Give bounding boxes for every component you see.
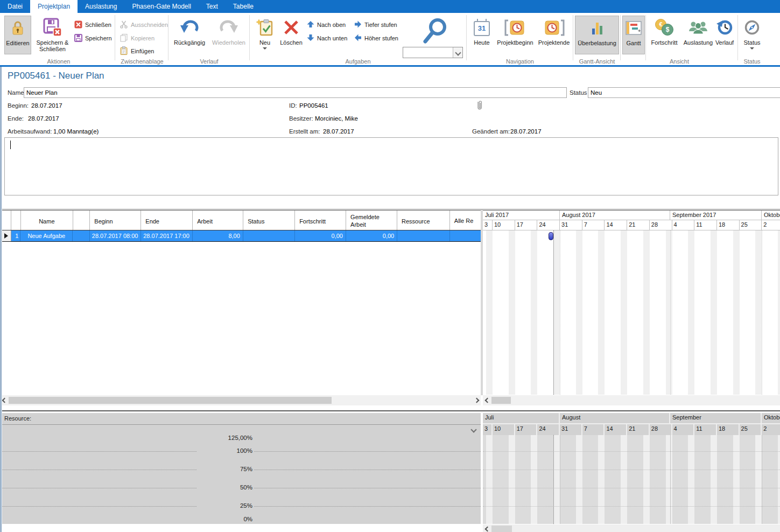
header-ressource[interactable]: Ressource bbox=[397, 211, 450, 230]
chevron-down-icon bbox=[750, 47, 754, 52]
nach-oben-button[interactable]: Nach oben bbox=[307, 19, 346, 30]
notes-field[interactable] bbox=[4, 137, 778, 195]
kopieren-label: Kopieren bbox=[131, 35, 154, 41]
task-milestone-marker[interactable] bbox=[549, 232, 553, 240]
paperclip-icon[interactable] bbox=[476, 99, 483, 112]
arrow-right-icon bbox=[354, 20, 362, 29]
nach-unten-button[interactable]: Nach unten bbox=[307, 33, 347, 44]
header-empty[interactable] bbox=[73, 211, 90, 230]
ueberbelastung-button[interactable]: Überbelastung bbox=[575, 16, 619, 54]
header-beginn[interactable]: Beginn bbox=[90, 211, 141, 230]
fortschritt-button[interactable]: € $ Fortschritt bbox=[648, 16, 681, 54]
einfuegen-label: Einfügen bbox=[131, 48, 154, 54]
scrollbar-thumb[interactable] bbox=[491, 397, 511, 404]
ribbon-tab-bar: Datei Projektplan Auslastung Phasen-Gate… bbox=[0, 0, 780, 13]
tab-tabelle[interactable]: Tabelle bbox=[226, 0, 261, 13]
task-filter-combobox[interactable] bbox=[403, 47, 463, 58]
header-status[interactable]: Status bbox=[243, 211, 295, 230]
cell-ende[interactable]: 28.07.2017 17:00 bbox=[141, 230, 193, 241]
table-row[interactable]: 1 Neue Aufgabe 28.07.2017 08:00 28.07.20… bbox=[1, 230, 481, 242]
gantt-week-header: 3 10 17 24 31 7 14 21 28 4 11 18 25 2 bbox=[483, 220, 780, 230]
einfuegen-button[interactable]: Einfügen bbox=[120, 46, 154, 57]
cell-fortschritt[interactable]: 0,00 bbox=[295, 230, 346, 241]
loeschen-button[interactable]: Löschen bbox=[279, 16, 304, 54]
cell-arbeit[interactable]: 8,00 bbox=[193, 230, 243, 241]
cell-ressource[interactable] bbox=[397, 230, 450, 241]
heute-button[interactable]: 31 Heute bbox=[469, 16, 494, 54]
cell-empty[interactable] bbox=[73, 230, 89, 241]
save-close-icon bbox=[43, 16, 62, 39]
wiederholen-label: Wiederholen bbox=[212, 39, 245, 46]
scroll-right-arrow[interactable] bbox=[472, 398, 481, 402]
name-input[interactable] bbox=[24, 87, 567, 98]
resource-horizontal-scrollbar[interactable] bbox=[483, 524, 780, 532]
tab-projektplan[interactable]: Projektplan bbox=[30, 0, 78, 13]
resource-week-cell: 2 bbox=[762, 424, 780, 435]
header-alle-ressourcen[interactable]: Alle Re bbox=[450, 211, 481, 230]
scrollbar-thumb[interactable] bbox=[9, 397, 332, 404]
tab-phasen-gate-modell[interactable]: Phasen-Gate Modell bbox=[124, 0, 198, 13]
tab-datei[interactable]: Datei bbox=[0, 0, 30, 13]
scale-label: 0% bbox=[197, 516, 254, 522]
scrollbar-thumb[interactable] bbox=[491, 526, 512, 532]
resource-month-header: Juli August September Oktober bbox=[483, 413, 780, 424]
tab-text[interactable]: Text bbox=[199, 0, 226, 13]
scroll-left-arrow[interactable] bbox=[483, 527, 491, 531]
history-clock-icon bbox=[716, 16, 733, 39]
gantt-month-cell: Oktober bbox=[762, 211, 780, 220]
task-table: Name Beginn Ende Arbeit Status Fortschri… bbox=[1, 210, 481, 242]
header-rownum-cell[interactable] bbox=[11, 211, 21, 230]
table-horizontal-scrollbar[interactable] bbox=[0, 395, 481, 405]
gridline-50 bbox=[483, 488, 780, 488]
header-fortschritt[interactable]: Fortschritt bbox=[295, 211, 346, 230]
auslastung-button[interactable]: Auslastung bbox=[681, 16, 715, 54]
schliessen-button[interactable]: Schließen bbox=[74, 19, 111, 30]
resource-filter-row[interactable] bbox=[0, 425, 481, 436]
header-arbeit[interactable]: Arbeit bbox=[193, 211, 243, 230]
cell-beginn[interactable]: 28.07.2017 08:00 bbox=[90, 230, 141, 241]
cell-name[interactable]: Neue Aufgabe bbox=[20, 230, 73, 241]
ausschneiden-label: Ausschneiden bbox=[131, 22, 168, 28]
tiefer-stufen-button[interactable]: Tiefer stufen bbox=[354, 19, 397, 30]
resource-week-cell: 31 bbox=[560, 424, 582, 435]
gantt-week-cell: 2 bbox=[762, 220, 780, 230]
resource-histogram[interactable] bbox=[483, 435, 780, 524]
wiederholen-button[interactable]: Wiederholen bbox=[210, 16, 248, 54]
gantt-button[interactable]: Gantt bbox=[622, 16, 645, 54]
scroll-left-arrow[interactable] bbox=[483, 398, 491, 402]
speichern-button[interactable]: Speichern bbox=[74, 33, 112, 44]
status-button[interactable]: Status bbox=[740, 16, 764, 62]
chevron-down-icon[interactable] bbox=[470, 426, 476, 432]
cell-alle-ressourcen[interactable] bbox=[450, 230, 481, 241]
resource-month-cell: September bbox=[670, 413, 762, 424]
tab-auslastung[interactable]: Auslastung bbox=[78, 0, 124, 13]
combobox-field[interactable] bbox=[403, 47, 453, 58]
speichern-schliessen-button[interactable]: Speichern & Schließen bbox=[33, 16, 72, 54]
task-split-panel: Name Beginn Ende Arbeit Status Fortschri… bbox=[0, 209, 780, 405]
paste-icon bbox=[120, 46, 128, 56]
gridline-75 bbox=[483, 470, 780, 470]
header-gemeldete-arbeit[interactable]: Gemeldete Arbeit bbox=[346, 211, 397, 230]
ausschneiden-button[interactable]: Ausschneiden bbox=[120, 19, 168, 30]
header-ende[interactable]: Ende bbox=[141, 211, 193, 230]
combobox-dropdown-button[interactable] bbox=[453, 47, 462, 58]
kopieren-button[interactable]: Kopieren bbox=[120, 33, 154, 44]
header-indicator-cell[interactable] bbox=[1, 211, 11, 230]
neu-label: Neu bbox=[259, 39, 270, 46]
cell-status[interactable] bbox=[243, 230, 295, 241]
gantt-horizontal-scrollbar[interactable] bbox=[483, 395, 780, 405]
cell-gemeldete-arbeit[interactable]: 0,00 bbox=[346, 230, 397, 241]
scale-label: 75% bbox=[197, 466, 254, 472]
editieren-button[interactable]: Editieren bbox=[4, 16, 31, 54]
verlauf-button[interactable]: Verlauf bbox=[713, 16, 736, 54]
projektbeginn-button[interactable]: Projektbeginn bbox=[495, 16, 535, 54]
gantt-week-cell: 7 bbox=[582, 220, 605, 230]
status-input[interactable] bbox=[588, 87, 780, 98]
gantt-body[interactable] bbox=[483, 230, 780, 395]
rueckgaengig-button[interactable]: Rückgängig bbox=[171, 16, 208, 54]
hoeher-stufen-button[interactable]: Höher stufen bbox=[354, 33, 398, 44]
projektende-button[interactable]: Projektende bbox=[536, 16, 572, 54]
neu-button[interactable]: Neu bbox=[253, 16, 277, 62]
header-name[interactable]: Name bbox=[21, 211, 73, 230]
besitzer-value: Morciniec, Mike bbox=[315, 115, 358, 122]
